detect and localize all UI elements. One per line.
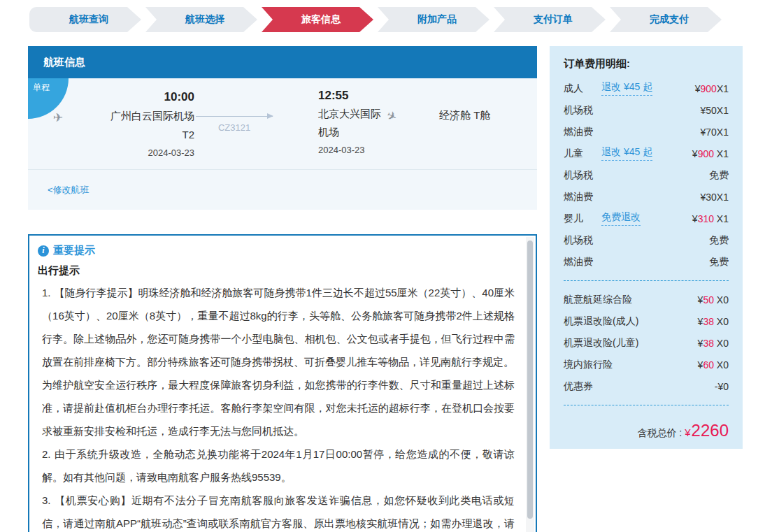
fee-value: ¥38 X0: [698, 338, 729, 349]
step-flight-search[interactable]: 航班查询: [29, 7, 141, 32]
notice-item-text: 由于系统升级改造，全舱动态兑换功能将于2024年1月17日00:00暂停，给您造…: [42, 448, 515, 483]
fee-value: 免费: [709, 169, 729, 182]
fee-value: 免费: [709, 234, 729, 247]
notice-item-text-continued: 为维护航空安全运行秩序，最大程度保障旅客切身利益，如您携带的行李件数、尺寸和重量…: [42, 373, 515, 443]
important-notice-box: i 重要提示 出行提示 1.【随身行李提示】明珠经济舱和经济舱旅客可随身携带1件…: [28, 234, 537, 532]
fee-value: ¥900X1: [695, 83, 729, 94]
notice-subtitle: 出行提示: [38, 260, 515, 281]
arrival-date: 2024-03-23: [318, 141, 384, 159]
departure-date: 2024-03-23: [74, 144, 194, 162]
departure-airport: 广州白云国际机场: [74, 106, 194, 125]
fee-label: 燃油费: [564, 256, 593, 268]
total-price-row: 含税总价 : ¥ 2260: [564, 421, 729, 440]
notice-item-text: 【随身行李提示】明珠经济舱和经济舱旅客可随身携带1件三边长不超过55厘米（22英…: [42, 287, 515, 368]
flight-info-title: 航班信息: [43, 56, 85, 69]
fee-label: 机场税: [564, 234, 593, 247]
total-price-currency: ¥: [685, 426, 690, 438]
step-addon-products[interactable]: 附加产品: [378, 7, 489, 32]
step-pay-order[interactable]: 支付订单: [494, 7, 606, 32]
departure-block: 10:00 广州白云国际机场 T2 2024-03-23: [74, 88, 194, 162]
fee-row-airport-tax-adult: 机场税 ¥50X1: [564, 99, 729, 121]
notice-title-row: i 重要提示: [38, 244, 515, 257]
fee-value: 免费: [709, 256, 729, 268]
fee-row-domestic-travel-insurance: 境内旅行险 ¥60 X0: [564, 354, 729, 375]
fee-row-refund-insurance-adult: 机票退改险(成人) ¥38 X0: [564, 310, 729, 332]
fee-row-fuel-adult: 燃油费 ¥70X1: [564, 121, 729, 143]
fee-label: 儿童: [564, 148, 583, 160]
fee-value: ¥70X1: [701, 127, 729, 138]
departure-plane-icon: ✈: [53, 110, 63, 125]
notice-item-number: 1.: [42, 287, 51, 299]
flight-details: 单程 ✈ 10:00 广州白云国际机场 T2 2024-03-23 CZ3121…: [28, 78, 537, 169]
arrival-time: 12:55: [318, 87, 384, 105]
arrival-airport: 北京大兴国际机场: [318, 105, 384, 141]
fee-label: 优惠券: [564, 380, 593, 393]
order-summary-title: 订单费用明细:: [564, 57, 729, 71]
booking-page: 航班查询 航班选择 旅客信息 附加产品 支付订单 完成支付 航班信息 单程 ✈ …: [0, 0, 772, 532]
fee-label: 机票退改险(成人): [564, 315, 638, 328]
step-passenger-info[interactable]: 旅客信息: [262, 7, 373, 32]
fee-row-accident-delay-insurance: 航意航延综合险 ¥50 X0: [564, 289, 729, 310]
notice-item-1: 1.【随身行李提示】明珠经济舱和经济舱旅客可随身携带1件三边长不超过55厘米（2…: [38, 281, 515, 443]
order-summary-panel: 订单费用明细: 成人 退改 ¥45 起 ¥900X1 机场税 ¥50X1 燃油费…: [550, 46, 743, 449]
fee-label: 燃油费: [564, 191, 593, 203]
notice-item-3: 3.【机票安心购】近期有不法分子冒充南航客服向旅客发送诈骗信息，如您怀疑收到此类…: [38, 489, 515, 532]
arrival-plane-icon: ✈: [384, 108, 399, 125]
departure-time: 10:00: [74, 88, 194, 106]
cabin-class: 经济舱 T舱: [439, 109, 490, 122]
fee-value: ¥310 X1: [692, 213, 729, 224]
fee-label: 境内旅行险: [564, 359, 613, 371]
step-flight-selection[interactable]: 航班选择: [145, 7, 257, 32]
fee-row-coupon: 优惠券 -¥0: [564, 375, 729, 397]
adult-refund-change-link[interactable]: 退改 ¥45 起: [601, 81, 652, 96]
fee-row-fuel-infant: 燃油费 免费: [564, 251, 729, 273]
fee-value: ¥50X1: [701, 105, 729, 116]
total-price-amount: 2260: [692, 421, 729, 440]
notice-item-text: 【机票安心购】近期有不法分子冒充南航客服向旅客发送诈骗信息，如您怀疑收到此类电话…: [42, 494, 515, 532]
flight-card-footer: <修改航班: [28, 169, 537, 210]
notice-item-2: 2.由于系统升级改造，全舱动态兑换功能将于2024年1月17日00:00暂停，给…: [38, 443, 515, 489]
notice-title: 重要提示: [53, 244, 95, 257]
notice-item-number: 2.: [42, 448, 51, 460]
fee-value: ¥38 X0: [698, 316, 729, 327]
route-middle: CZ3121: [196, 110, 273, 133]
notice-scrollbar-thumb[interactable]: [527, 240, 533, 519]
notice-content: i 重要提示 出行提示 1.【随身行李提示】明珠经济舱和经济舱旅客可随身携带1件…: [29, 236, 536, 532]
fee-label: 机场税: [564, 169, 593, 182]
fee-value: ¥900 X1: [692, 148, 729, 159]
divider: [564, 280, 729, 281]
total-price-label: 含税总价 :: [637, 427, 682, 440]
route-arrow-icon: [196, 116, 273, 117]
step-payment-complete[interactable]: 完成支付: [610, 7, 722, 32]
fee-row-airport-tax-child: 机场税 免费: [564, 164, 729, 186]
modify-flight-link[interactable]: <修改航班: [48, 184, 90, 196]
fee-label: 机场税: [564, 104, 593, 117]
flight-info-header: 航班信息: [28, 46, 537, 78]
fee-value: ¥60 X0: [698, 359, 729, 371]
fee-value: ¥50 X0: [698, 294, 729, 305]
fee-row-infant: 婴儿 免费退改 ¥310 X1: [564, 208, 729, 229]
departure-terminal: T2: [74, 125, 194, 144]
arrival-block: 12:55 北京大兴国际机场 2024-03-23: [318, 87, 384, 159]
fee-value: -¥0: [715, 381, 729, 392]
fee-label: 成人: [564, 82, 583, 95]
notice-item-number: 3.: [42, 494, 51, 506]
fee-row-child: 儿童 退改 ¥45 起 ¥900 X1: [564, 143, 729, 164]
flight-number: CZ3121: [196, 122, 273, 133]
child-refund-change-link[interactable]: 退改 ¥45 起: [601, 146, 652, 161]
notice-scrollbar-track[interactable]: [526, 237, 534, 532]
infant-free-refund-link[interactable]: 免费退改: [601, 211, 641, 226]
booking-stepper: 航班查询 航班选择 旅客信息 附加产品 支付订单 完成支付: [29, 7, 726, 32]
fee-label: 婴儿: [564, 213, 583, 225]
fee-row-airport-tax-infant: 机场税 免费: [564, 229, 729, 251]
divider: [564, 405, 729, 405]
fee-row-fuel-child: 燃油费 ¥30X1: [564, 186, 729, 208]
fee-row-refund-insurance-child: 机票退改险(儿童) ¥38 X0: [564, 332, 729, 354]
fee-label: 机票退改险(儿童): [564, 337, 638, 350]
fee-row-adult: 成人 退改 ¥45 起 ¥900X1: [564, 78, 729, 99]
fee-label: 燃油费: [564, 126, 593, 138]
info-icon: i: [38, 245, 49, 257]
fee-label: 航意航延综合险: [564, 294, 632, 306]
fee-value: ¥30X1: [701, 192, 729, 203]
flight-info-card: 航班信息 单程 ✈ 10:00 广州白云国际机场 T2 2024-03-23 C…: [28, 46, 537, 210]
